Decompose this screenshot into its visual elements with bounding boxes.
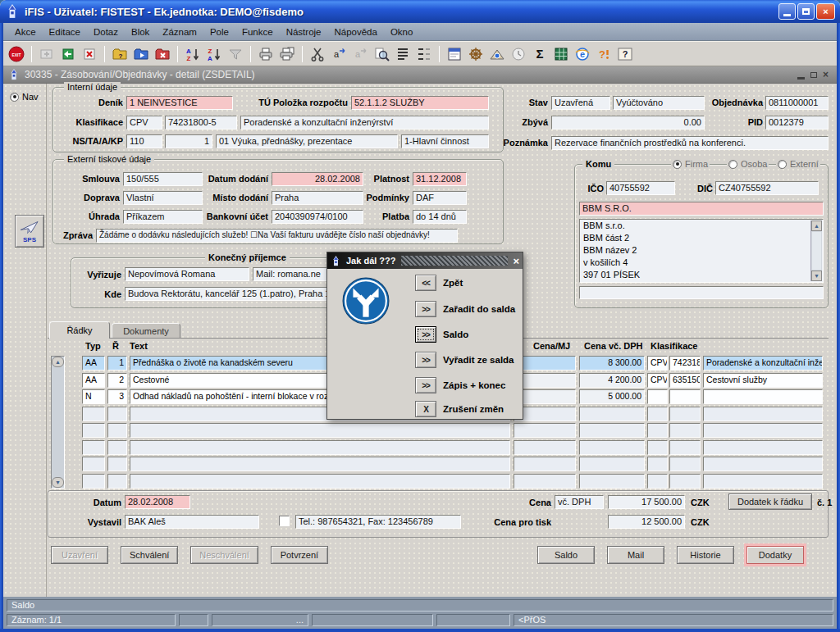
list-item[interactable]: BBM část 2 xyxy=(580,232,823,244)
cell-cena-mj[interactable] xyxy=(514,457,576,471)
copy-icon[interactable]: a xyxy=(329,45,349,63)
cut-icon[interactable] xyxy=(308,45,327,63)
cena-field[interactable]: 17 500.00 xyxy=(608,495,685,509)
enter-query-icon[interactable]: ? xyxy=(110,45,130,63)
list-item[interactable]: 397 01 PÍSEK xyxy=(580,269,823,281)
menu-editace[interactable]: Editace xyxy=(43,25,87,39)
cell-cena-dph[interactable]: 4 200.00 xyxy=(579,373,645,388)
menu-okno[interactable]: Okno xyxy=(384,25,420,39)
menu-nastroje[interactable]: Nástroje xyxy=(280,25,328,39)
cell-r[interactable]: 3 xyxy=(107,389,127,404)
datum-field[interactable]: 28.02.2008 xyxy=(125,495,190,509)
zapis-konec-button[interactable]: >> xyxy=(415,377,436,393)
nav-radio[interactable]: Nav xyxy=(10,92,39,102)
menu-dotaz[interactable]: Dotaz xyxy=(87,25,125,39)
minimize-button[interactable] xyxy=(778,3,796,20)
ns-field[interactable]: 110 xyxy=(126,134,162,148)
datum-dodani-field[interactable]: 28.02.2008 xyxy=(272,172,363,186)
list-item[interactable]: BBM s.r.o. xyxy=(580,220,823,232)
dialog-close-icon[interactable]: × xyxy=(513,256,519,266)
mail-button[interactable]: Mail xyxy=(607,546,664,564)
cell-klas-kod[interactable] xyxy=(669,440,701,455)
smlouva-field[interactable]: 150/555 xyxy=(123,172,203,186)
cell-klas-nazev[interactable] xyxy=(703,474,823,489)
sort-asc-icon[interactable]: AZ xyxy=(183,45,203,63)
komu-radio-firma-dot[interactable] xyxy=(673,160,682,169)
cell-klas-typ[interactable] xyxy=(647,440,668,455)
cell-cena-dph[interactable] xyxy=(579,407,645,421)
objednavka-field[interactable]: 0811000001 xyxy=(765,96,829,110)
denik-field[interactable]: 1 NEINVESTICE xyxy=(126,96,233,110)
cell-klas-typ[interactable] xyxy=(647,423,668,438)
cell-typ[interactable] xyxy=(82,423,105,438)
saldo-button[interactable]: Saldo xyxy=(537,546,595,564)
list-values-icon[interactable] xyxy=(393,45,413,63)
komu-radio-osoba[interactable]: Osoba xyxy=(727,159,769,169)
zprava-field[interactable]: Žádáme o dodávku následujících služeb! ☐… xyxy=(96,229,458,243)
pid-field[interactable]: 0012379 xyxy=(765,116,829,130)
cell-typ[interactable]: AA xyxy=(82,356,105,371)
menu-blok[interactable]: Blok xyxy=(125,25,156,39)
tel-fax-field[interactable]: Tel.: 987654321, Fax: 123456789 xyxy=(295,515,461,529)
cell-typ[interactable] xyxy=(82,407,105,421)
cell-cena-dph[interactable] xyxy=(579,474,645,489)
menu-napoveda[interactable]: Nápověda xyxy=(327,25,383,39)
doprava-field[interactable]: Vlastní xyxy=(123,191,203,205)
nav-radio-dot[interactable] xyxy=(10,93,19,102)
cell-cena-mj[interactable] xyxy=(514,423,576,438)
support-icon[interactable]: ? xyxy=(594,45,614,63)
klasifikace-typ-field[interactable]: CPV xyxy=(126,116,162,130)
cell-typ[interactable]: N xyxy=(82,389,105,404)
tu-polozka-field[interactable]: 52.1.1.2 SLUŽBY xyxy=(351,96,489,110)
cell-cena-mj[interactable] xyxy=(514,440,576,455)
cell-typ[interactable] xyxy=(82,440,105,455)
excel-icon[interactable] xyxy=(551,45,571,63)
execute-query-icon[interactable] xyxy=(131,45,151,63)
cell-klas-nazev[interactable] xyxy=(703,423,823,438)
cadcam-icon[interactable] xyxy=(487,45,507,63)
cell-klas-nazev[interactable]: Cestovní služby xyxy=(703,373,823,388)
vyradit-ze-salda-button[interactable]: >> xyxy=(415,352,436,368)
schvaleni-button[interactable]: Schválení xyxy=(121,546,178,564)
vystavil-field[interactable]: BAK Aleš xyxy=(125,515,259,529)
cell-cena-dph[interactable] xyxy=(579,440,645,455)
mdi-titlebar[interactable]: 30335 - Zásobování/Objednávky - detail (… xyxy=(3,66,837,84)
sort-desc-icon[interactable]: ZA xyxy=(204,45,224,63)
table-row[interactable] xyxy=(82,457,823,471)
cell-r[interactable] xyxy=(107,457,127,471)
browser-icon[interactable]: e xyxy=(573,45,592,63)
cell-text[interactable] xyxy=(130,440,510,455)
adresa-list[interactable]: BBM s.r.o. BBM část 2 BBM název 2 v koši… xyxy=(579,219,824,283)
cell-klas-nazev[interactable] xyxy=(703,389,823,404)
exit-icon[interactable]: EXIT xyxy=(7,45,26,63)
menu-zaznam[interactable]: Záznam xyxy=(156,25,203,39)
cell-klas-typ[interactable] xyxy=(647,407,668,421)
cell-text[interactable] xyxy=(130,423,510,438)
vyrizuje-field[interactable]: Nepovímová Romana xyxy=(125,267,249,281)
ta-field[interactable]: 1 xyxy=(165,134,212,148)
komu-radio-externi[interactable]: Externí xyxy=(776,159,820,169)
mdi-restore-icon[interactable] xyxy=(810,72,817,78)
dic-field[interactable]: CZ40755592 xyxy=(715,181,819,195)
tree-icon[interactable] xyxy=(414,45,434,63)
uzavreni-button[interactable]: Uzavření xyxy=(51,546,108,564)
cell-cena-mj[interactable] xyxy=(514,474,576,489)
table-scroll-up-icon[interactable]: ▲ xyxy=(52,357,64,367)
tab-dokumenty[interactable]: Dokumenty xyxy=(112,323,180,339)
tel-checkbox[interactable] xyxy=(279,516,290,526)
kp-field[interactable]: 1-Hlavní činnost xyxy=(401,134,489,148)
cell-klas-kod[interactable] xyxy=(669,407,701,421)
form-icon[interactable] xyxy=(445,45,464,63)
platnost-field[interactable]: 31.12.2008 xyxy=(413,172,467,186)
filter-icon[interactable] xyxy=(226,45,245,63)
clock-icon[interactable] xyxy=(509,45,528,63)
cell-klas-nazev[interactable]: Poradenské a konzultační inženýrství xyxy=(703,356,823,371)
maximize-button[interactable] xyxy=(797,3,815,20)
dialog-titlebar[interactable]: Jak dál ??? × xyxy=(327,252,523,269)
cell-klas-typ[interactable] xyxy=(647,474,668,489)
cell-r[interactable] xyxy=(107,407,127,421)
dodavatel-nazev-field[interactable]: BBM S.R.O. xyxy=(579,202,824,216)
cell-r[interactable]: 2 xyxy=(107,373,127,388)
cell-klas-nazev[interactable] xyxy=(703,457,823,471)
insert-record-icon[interactable] xyxy=(37,45,57,63)
